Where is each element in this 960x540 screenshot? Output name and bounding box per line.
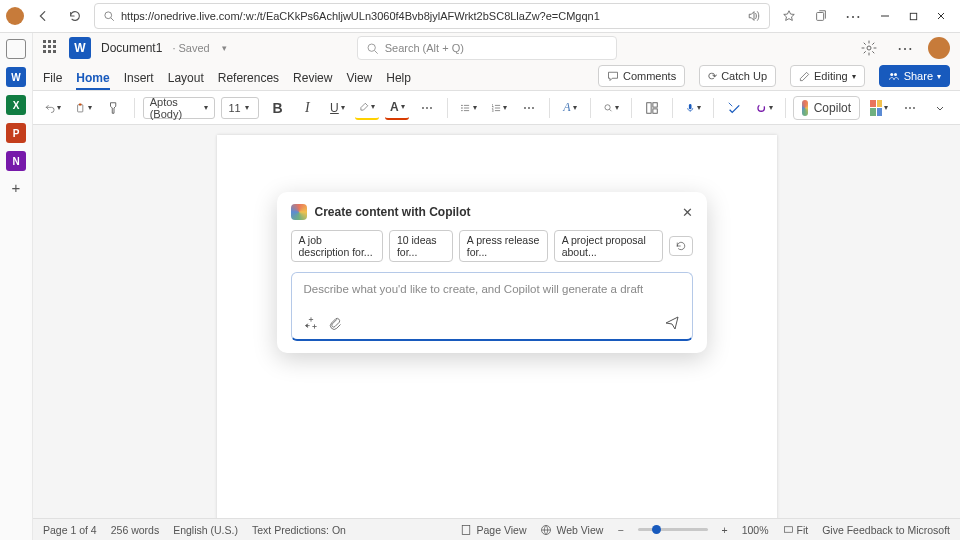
- designer-button[interactable]: [640, 96, 664, 120]
- copilot-dialog-title: Create content with Copilot: [315, 205, 471, 219]
- tab-layout[interactable]: Layout: [168, 71, 204, 90]
- status-predictions[interactable]: Text Predictions: On: [252, 524, 346, 536]
- address-bar[interactable]: https://onedrive.live.com/:w:/t/EaCKkPs6…: [94, 3, 770, 29]
- app-header: W Document1 · Saved ▾ Search (Alt + Q) ⋯: [33, 33, 960, 63]
- rail-word-icon[interactable]: W: [6, 67, 26, 87]
- svg-point-15: [605, 104, 610, 109]
- svg-text:3: 3: [491, 108, 493, 112]
- dictate-button[interactable]: ▾: [681, 96, 705, 120]
- editor-button[interactable]: [722, 96, 746, 120]
- underline-button[interactable]: U▾: [325, 96, 349, 120]
- find-button[interactable]: ▾: [599, 96, 623, 120]
- ribbon-tabs: File Home Insert Layout References Revie…: [33, 63, 960, 91]
- ribbon-collapse-button[interactable]: [928, 96, 952, 120]
- zoom-out-button[interactable]: −: [617, 524, 623, 536]
- tab-file[interactable]: File: [43, 71, 62, 90]
- refresh-suggestions-button[interactable]: [669, 236, 693, 256]
- rail-home-icon[interactable]: [6, 39, 26, 59]
- close-window-button[interactable]: [928, 3, 954, 29]
- copilot-prompt-input[interactable]: Describe what you'd like to create, and …: [291, 272, 693, 341]
- zoom-level[interactable]: 100%: [742, 524, 769, 536]
- zoom-in-button[interactable]: +: [722, 524, 728, 536]
- suggestion-chip-ideas[interactable]: 10 ideas for...: [389, 230, 453, 262]
- svg-point-4: [867, 46, 871, 50]
- styles-button[interactable]: A▾: [558, 96, 582, 120]
- rail-add-button[interactable]: +: [6, 179, 26, 199]
- undo-button[interactable]: ▾: [41, 96, 65, 120]
- font-family-select[interactable]: Aptos (Body)▾: [143, 97, 216, 119]
- feedback-link[interactable]: Give Feedback to Microsoft: [822, 524, 950, 536]
- user-avatar-icon[interactable]: [928, 37, 950, 59]
- tab-references[interactable]: References: [218, 71, 279, 90]
- tab-view[interactable]: View: [346, 71, 372, 90]
- fit-button[interactable]: Fit: [783, 524, 809, 536]
- suggestion-chip-proposal[interactable]: A project proposal about...: [554, 230, 663, 262]
- send-button[interactable]: [664, 315, 680, 331]
- zoom-slider[interactable]: [638, 528, 708, 531]
- status-bar: Page 1 of 4 256 words English (U.S.) Tex…: [33, 518, 960, 540]
- read-aloud-icon[interactable]: [747, 9, 761, 23]
- bullets-button[interactable]: ▾: [456, 96, 480, 120]
- font-size-select[interactable]: 11▾: [221, 97, 259, 119]
- favorites-button[interactable]: [776, 3, 802, 29]
- svg-point-6: [894, 73, 897, 76]
- browser-bar: https://onedrive.live.com/:w:/t/EaCKkPs6…: [0, 0, 960, 33]
- suggestion-chip-job[interactable]: A job description for...: [291, 230, 383, 262]
- more-button[interactable]: ⋯: [892, 35, 918, 61]
- loop-button[interactable]: ▾: [752, 96, 776, 120]
- tab-home[interactable]: Home: [76, 71, 109, 90]
- svg-rect-17: [653, 102, 657, 106]
- title-dropdown-icon[interactable]: ▾: [222, 43, 227, 53]
- document-title[interactable]: Document1: [101, 41, 162, 55]
- back-button[interactable]: [30, 3, 56, 29]
- tab-help[interactable]: Help: [386, 71, 411, 90]
- search-placeholder: Search (Alt + Q): [385, 42, 464, 54]
- catch-up-button[interactable]: ⟳Catch Up: [699, 65, 776, 87]
- document-canvas[interactable]: Create content with Copilot ✕ A job desc…: [33, 125, 960, 518]
- numbering-button[interactable]: 123▾: [487, 96, 511, 120]
- app-launcher-icon[interactable]: [43, 40, 59, 56]
- more-ribbon-button[interactable]: ⋯: [898, 96, 922, 120]
- page[interactable]: Create content with Copilot ✕ A job desc…: [217, 135, 777, 518]
- close-icon[interactable]: ✕: [682, 205, 693, 220]
- search-box[interactable]: Search (Alt + Q): [357, 36, 617, 60]
- more-font-button[interactable]: ⋯: [415, 96, 439, 120]
- svg-rect-7: [78, 104, 83, 111]
- bold-button[interactable]: B: [265, 96, 289, 120]
- rail-powerpoint-icon[interactable]: P: [6, 123, 26, 143]
- svg-rect-23: [784, 527, 792, 533]
- settings-button[interactable]: [856, 35, 882, 61]
- status-page[interactable]: Page 1 of 4: [43, 524, 97, 536]
- share-button[interactable]: Share▾: [879, 65, 950, 87]
- status-language[interactable]: English (U.S.): [173, 524, 238, 536]
- web-view-button[interactable]: Web View: [540, 524, 603, 536]
- browser-menu-button[interactable]: ⋯: [840, 3, 866, 29]
- refresh-button[interactable]: [62, 3, 88, 29]
- rail-onenote-icon[interactable]: N: [6, 151, 26, 171]
- comments-button[interactable]: Comments: [598, 65, 685, 87]
- font-color-button[interactable]: A▾: [385, 96, 409, 120]
- maximize-button[interactable]: [900, 3, 926, 29]
- save-status: · Saved: [172, 42, 209, 54]
- svg-rect-16: [647, 102, 651, 113]
- profile-avatar-icon[interactable]: [6, 7, 24, 25]
- paste-button[interactable]: ▾: [71, 96, 95, 120]
- page-view-button[interactable]: Page View: [460, 524, 526, 536]
- editing-mode-button[interactable]: Editing▾: [790, 65, 865, 87]
- collections-button[interactable]: [808, 3, 834, 29]
- tab-review[interactable]: Review: [293, 71, 332, 90]
- copilot-button[interactable]: Copilot: [793, 96, 860, 120]
- suggestion-chip-press[interactable]: A press release for...: [459, 230, 548, 262]
- tab-insert[interactable]: Insert: [124, 71, 154, 90]
- format-painter-button[interactable]: [102, 96, 126, 120]
- status-words[interactable]: 256 words: [111, 524, 159, 536]
- table-style-button[interactable]: ▾: [866, 96, 892, 120]
- italic-button[interactable]: I: [295, 96, 319, 120]
- highlight-button[interactable]: ▾: [355, 96, 379, 120]
- minimize-button[interactable]: [872, 3, 898, 29]
- rail-excel-icon[interactable]: X: [6, 95, 26, 115]
- word-app-icon: W: [69, 37, 91, 59]
- attachment-icon[interactable]: [328, 316, 342, 330]
- more-paragraph-button[interactable]: ⋯: [517, 96, 541, 120]
- sparkle-icon[interactable]: [304, 316, 318, 330]
